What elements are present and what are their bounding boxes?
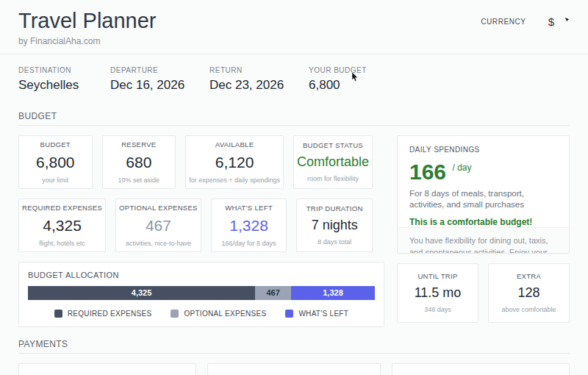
legend-swatch [285, 310, 293, 318]
whats-left-card: WHAT'S LEFT 1,328 166/day for 8 days [211, 199, 287, 252]
until-trip-label: UNTIL TRIP [417, 272, 457, 280]
destination-input[interactable]: Seychelles [18, 78, 110, 93]
stat-label: TRIP DURATION [306, 204, 363, 213]
stat-label: BUDGET [40, 140, 71, 149]
allocation-bar-segment: 4,325 [28, 286, 255, 300]
top-bar: Travel Planner by FinancialAha.com CURRE… [0, 0, 588, 54]
available-card: AVAILABLE 6,120 for expenses + daily spe… [185, 135, 284, 189]
currency-label: CURRENCY [481, 18, 526, 26]
stat-value: 6,800 [36, 154, 75, 171]
main-content: DESTINATION Seychelles DEPARTURE Dec 16,… [0, 54, 588, 375]
title-block: Travel Planner by FinancialAha.com [18, 10, 157, 46]
stat-cards-row-2: REQUIRED EXPENSES 4,325 flight, hotels e… [18, 199, 373, 252]
daily-spendings-top: DAILY SPENDINGS 166 / day For 8 days of … [398, 136, 569, 227]
daily-spendings-description: For 8 days of meals, transport, activiti… [409, 188, 557, 211]
daily-spendings-value-row: 166 / day [409, 160, 557, 185]
stat-note: 8 days total [318, 238, 351, 246]
page-subtitle: by FinancialAha.com [18, 36, 157, 46]
travel-planner-app: Travel Planner by FinancialAha.com CURRE… [0, 0, 588, 375]
payments-row: PAID EXPENSES ALLOCATION Accommodation T… [18, 363, 570, 375]
field-return: RETURN Dec 23, 2026 [209, 66, 309, 93]
legend-swatch [171, 310, 179, 318]
budget-status-value: Comfortable [297, 154, 369, 170]
small-cursor-icon [564, 12, 570, 26]
budget-allocation-card: BUDGET ALLOCATION 4,3254671,328 REQUIRED… [18, 262, 384, 327]
stat-note: room for flexibility [307, 175, 359, 182]
optional-expenses-card: OPTIONAL EXPENSES 467 activities, nice-t… [115, 199, 201, 252]
extra-label: EXTRA [517, 272, 541, 280]
stat-label: RESERVE [121, 140, 156, 149]
departure-label: DEPARTURE [110, 66, 209, 74]
daily-spendings-label: DAILY SPENDINGS [409, 146, 557, 154]
daily-spendings-value: 166 [409, 160, 446, 184]
allocation-bar-segment: 1,328 [291, 286, 375, 300]
until-trip-card: UNTIL TRIP 11.5 mo 346 days [397, 263, 478, 323]
field-departure: DEPARTURE Dec 16, 2026 [110, 66, 209, 93]
stat-label: REQUIRED EXPENSES [22, 204, 102, 212]
daily-spendings-status: This is a comfortable budget! [409, 217, 557, 227]
daily-spendings-tip: You have flexibility for dining out, tax… [398, 227, 569, 254]
legend-label: WHAT'S LEFT [298, 310, 348, 318]
stat-note: for expenses + daily spendings [189, 176, 280, 184]
budget-status-card: BUDGET STATUS Comfortable room for flexi… [293, 135, 373, 189]
stat-label: OPTIONAL EXPENSES [119, 204, 198, 212]
stat-note: 10% set aside [118, 176, 160, 184]
stat-value: 1,328 [229, 217, 268, 235]
allocation-legend-item: OPTIONAL EXPENSES [171, 310, 266, 318]
stat-value: 467 [146, 217, 171, 235]
stat-label: AVAILABLE [215, 140, 254, 149]
stat-label: WHAT'S LEFT [225, 204, 273, 212]
stat-note: flight, hotels etc [39, 240, 85, 247]
countdown-cards-row: UNTIL TRIP 11.5 mo 346 days EXTRA 128 ab… [397, 263, 570, 323]
budget-allocation-title: BUDGET ALLOCATION [28, 271, 375, 279]
payments-section-header: PAYMENTS [18, 339, 570, 354]
stat-value: 7 nights [312, 218, 358, 233]
budget-left-column: BUDGET 6,800 your limit RESERVE 680 10% … [18, 135, 384, 327]
legend-label: REQUIRED EXPENSES [68, 310, 152, 318]
departure-input[interactable]: Dec 16, 2026 [110, 78, 209, 93]
total-expenses-card: TOTAL EXPENSES 4,792 [392, 363, 570, 375]
stat-cards-row-1: BUDGET 6,800 your limit RESERVE 680 10% … [18, 135, 373, 189]
until-trip-note: 346 days [424, 306, 451, 313]
legend-swatch [54, 310, 62, 318]
expenses-allocation-card: EXPENSES ALLOCATION Accommodation [207, 363, 381, 375]
allocation-bar-segment: 467 [255, 286, 291, 300]
daily-spendings-unit: / day [453, 162, 472, 173]
stat-note: your limit [42, 176, 68, 184]
reserve-card: RESERVE 680 10% set aside [102, 135, 176, 189]
allocation-legend-item: WHAT'S LEFT [285, 310, 348, 318]
stat-value: 6,120 [215, 154, 254, 171]
trip-inputs-row: DESTINATION Seychelles DEPARTURE Dec 16,… [18, 54, 570, 93]
currency-selector: CURRENCY $ [481, 15, 570, 28]
page-title: Travel Planner [18, 10, 157, 33]
stat-note: activities, nice-to-have [126, 240, 191, 247]
stat-value: 4,325 [43, 217, 82, 235]
stat-value: 680 [126, 154, 151, 171]
extra-value: 128 [517, 285, 539, 301]
allocation-bar: 4,3254671,328 [28, 286, 375, 300]
required-expenses-card: REQUIRED EXPENSES 4,325 flight, hotels e… [18, 199, 106, 252]
currency-value[interactable]: $ [548, 15, 554, 28]
budget-grid: BUDGET 6,800 your limit RESERVE 680 10% … [18, 135, 570, 327]
allocation-legend-item: REQUIRED EXPENSES [54, 310, 152, 318]
allocation-legend: REQUIRED EXPENSESOPTIONAL EXPENSESWHAT'S… [28, 310, 375, 318]
extra-card: EXTRA 128 above comfortable [488, 263, 570, 323]
return-label: RETURN [209, 66, 309, 74]
legend-label: OPTIONAL EXPENSES [184, 310, 266, 318]
stat-note: 166/day for 8 days [222, 240, 276, 247]
destination-label: DESTINATION [18, 66, 110, 74]
paid-card: PAID [18, 363, 196, 375]
return-input[interactable]: Dec 23, 2026 [209, 78, 309, 93]
until-trip-value: 11.5 mo [415, 285, 462, 301]
trip-duration-card: TRIP DURATION 7 nights 8 days total [296, 199, 373, 252]
mouse-cursor-icon [351, 71, 359, 85]
stat-label: BUDGET STATUS [303, 141, 363, 149]
field-destination: DESTINATION Seychelles [18, 66, 110, 93]
daily-spendings-card: DAILY SPENDINGS 166 / day For 8 days of … [397, 135, 570, 254]
extra-note: above comfortable [501, 306, 556, 313]
budget-card: BUDGET 6,800 your limit [18, 135, 93, 189]
budget-right-column: DAILY SPENDINGS 166 / day For 8 days of … [397, 135, 570, 327]
budget-section-header: BUDGET [18, 111, 570, 126]
